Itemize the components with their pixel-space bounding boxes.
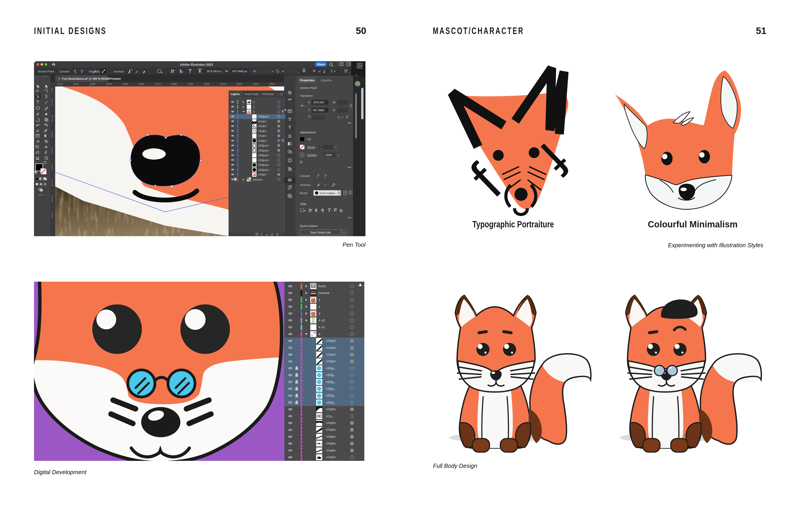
svg-text:3: 3 bbox=[318, 311, 320, 316]
svg-text:Layers: Layers bbox=[231, 93, 240, 96]
svg-text:<Co...: <Co... bbox=[326, 414, 335, 418]
svg-text:Convert:: Convert: bbox=[300, 174, 310, 178]
svg-text:<Ellipse>: <Ellipse> bbox=[258, 149, 269, 152]
svg-text:907.6885 px: 907.6885 px bbox=[232, 70, 247, 73]
svg-text:<Path>: <Path> bbox=[258, 139, 267, 142]
svg-text:<Path>: <Path> bbox=[326, 407, 337, 411]
svg-text:<Path>: <Path> bbox=[326, 449, 337, 452]
svg-text:2575.581: 2575.581 bbox=[313, 101, 324, 104]
svg-text:fonts: fonts bbox=[318, 284, 326, 288]
svg-text:Quick Actions: Quick Actions bbox=[300, 224, 318, 228]
svg-text:W:: W: bbox=[253, 70, 256, 73]
svg-text:<Ellipse>: <Ellipse> bbox=[258, 144, 269, 147]
svg-text:1: 1 bbox=[253, 106, 255, 109]
svg-text:0: 0 bbox=[52, 200, 53, 203]
svg-text:•••: ••• bbox=[348, 216, 351, 220]
svg-text:4 v3: 4 v3 bbox=[318, 318, 325, 322]
svg-text:<Ellip...: <Ellip... bbox=[326, 400, 337, 404]
svg-text:<Ellip...: <Ellip... bbox=[326, 387, 337, 391]
svg-text:Adobe Illustrator 2023: Adobe Illustrator 2023 bbox=[180, 63, 213, 66]
svg-text:<Path>: <Path> bbox=[258, 134, 267, 137]
svg-text:Brush: Brush bbox=[300, 192, 307, 195]
svg-text:<Path>: <Path> bbox=[326, 353, 337, 356]
svg-text:0: 0 bbox=[52, 103, 53, 106]
svg-text:Anchor Point: Anchor Point bbox=[38, 70, 54, 73]
svg-text:0: 0 bbox=[52, 152, 53, 154]
svg-text:<Path>: <Path> bbox=[258, 130, 267, 133]
svg-text:<Path>: <Path> bbox=[326, 346, 337, 350]
svg-text:3: 3 bbox=[253, 110, 255, 113]
svg-text:<Path>: <Path> bbox=[326, 455, 337, 459]
svg-text:Anchors:: Anchors: bbox=[300, 184, 311, 187]
svg-text:2: 2 bbox=[318, 298, 320, 302]
svg-text:2575.5818 p: 2575.5818 p bbox=[207, 70, 222, 73]
svg-text:<Ellipse>: <Ellipse> bbox=[258, 154, 269, 157]
svg-text:✕: ✕ bbox=[58, 77, 60, 80]
svg-text:Transform: Transform bbox=[300, 94, 313, 97]
svg-text:Libraries: Libraries bbox=[321, 79, 332, 82]
svg-text:Touch Calligra...: Touch Calligra... bbox=[319, 192, 337, 194]
svg-text:»: » bbox=[348, 71, 350, 74]
svg-text:»: » bbox=[278, 93, 279, 96]
svg-text:<Ellipse>: <Ellipse> bbox=[258, 168, 269, 172]
svg-text:<Path>: <Path> bbox=[326, 428, 337, 432]
svg-text:|≡: |≡ bbox=[281, 93, 283, 96]
svg-text:4 v2: 4 v2 bbox=[318, 325, 325, 329]
svg-text:Stroke: Stroke bbox=[307, 146, 315, 149]
svg-text:Anchors:: Anchors: bbox=[114, 70, 125, 73]
svg-text:Fox Illustrations.ai* @ 400 %: Fox Illustrations.ai* @ 400 % (RGB/Previ… bbox=[62, 77, 121, 80]
svg-text:fx.: fx. bbox=[300, 160, 303, 164]
svg-text:Align: Align bbox=[300, 202, 306, 206]
svg-text:2580: 2580 bbox=[172, 83, 177, 85]
svg-text:c D...: c D... bbox=[354, 74, 360, 77]
svg-text:cinema: cinema bbox=[318, 291, 329, 295]
svg-text:907.6885: 907.6885 bbox=[313, 109, 324, 112]
svg-text:2600: 2600 bbox=[204, 83, 210, 85]
svg-text:<Path>: <Path> bbox=[258, 120, 267, 123]
svg-text:2520: 2520 bbox=[74, 83, 79, 85]
svg-text:«: « bbox=[36, 76, 37, 78]
svg-text:Share: Share bbox=[317, 63, 325, 66]
svg-text:0: 0 bbox=[52, 119, 53, 122]
svg-text:<Path>: <Path> bbox=[326, 441, 337, 445]
svg-text:<Ellipse>: <Ellipse> bbox=[258, 164, 269, 167]
svg-text:<Ellipse>: <Ellipse> bbox=[258, 115, 269, 118]
svg-text:2510: 2510 bbox=[57, 83, 63, 85]
svg-text:<Ellip...: <Ellip... bbox=[326, 366, 337, 370]
svg-text:1: 1 bbox=[318, 305, 320, 308]
svg-text:Y:: Y: bbox=[225, 70, 228, 73]
svg-text:<Ellip...: <Ellip... bbox=[326, 373, 337, 377]
svg-text:<Path>: <Path> bbox=[258, 173, 267, 176]
svg-text:•••: ••• bbox=[348, 165, 351, 169]
svg-text:Artboards: Artboards bbox=[262, 93, 274, 96]
svg-text:4: 4 bbox=[318, 332, 320, 336]
svg-text:<Path>: <Path> bbox=[326, 421, 337, 425]
svg-text:Asset Expo: Asset Expo bbox=[245, 93, 259, 96]
svg-text:0: 0 bbox=[52, 136, 53, 138]
svg-text:<Ellip...: <Ellip... bbox=[326, 394, 337, 397]
svg-text:0: 0 bbox=[52, 184, 53, 186]
svg-text:pictures: pictures bbox=[253, 178, 263, 181]
svg-text:<Path>: <Path> bbox=[326, 435, 337, 439]
svg-text:Anchor Point: Anchor Point bbox=[300, 86, 317, 90]
svg-text:<Ellipse>: <Ellipse> bbox=[258, 159, 269, 162]
svg-text:2640: 2640 bbox=[269, 83, 275, 85]
svg-text:2590: 2590 bbox=[188, 83, 193, 85]
svg-text:Start Global Edit: Start Global Edit bbox=[310, 231, 331, 234]
svg-text:0: 0 bbox=[52, 168, 53, 170]
svg-text:<Ellip...: <Ellip... bbox=[326, 380, 337, 384]
svg-text:Properties: Properties bbox=[300, 79, 314, 82]
svg-text:2: 2 bbox=[253, 101, 255, 104]
svg-text:H:: H: bbox=[333, 109, 336, 112]
svg-text:2610: 2610 bbox=[221, 83, 226, 85]
svg-text:Appearance: Appearance bbox=[300, 131, 316, 134]
svg-text:•••: ••• bbox=[348, 121, 351, 125]
svg-text:X:: X: bbox=[308, 101, 310, 104]
svg-text:2630: 2630 bbox=[253, 83, 259, 85]
svg-text:<Path>: <Path> bbox=[326, 339, 337, 343]
svg-text:«: « bbox=[298, 71, 299, 74]
svg-text:H:: H: bbox=[282, 70, 285, 73]
svg-text:0: 0 bbox=[52, 90, 53, 93]
svg-text:X:: X: bbox=[199, 70, 202, 73]
svg-text:100%: 100% bbox=[325, 154, 332, 157]
